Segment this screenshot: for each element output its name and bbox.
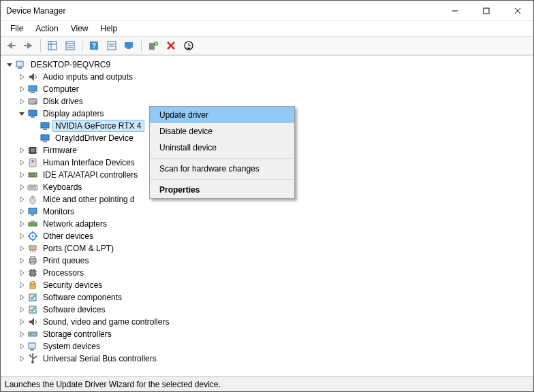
storage-icon — [27, 329, 38, 340]
tree-root-node[interactable]: DESKTOP-9EQVRC9 — [3, 59, 532, 71]
expand-toggle[interactable] — [17, 182, 27, 192]
expand-toggle[interactable] — [17, 72, 27, 82]
menu-view[interactable]: View — [65, 22, 94, 35]
help-button[interactable]: ? — [87, 38, 101, 53]
back-button[interactable] — [3, 38, 18, 53]
expand-toggle[interactable] — [17, 244, 27, 253]
expand-toggle[interactable] — [17, 354, 27, 363]
action-button[interactable] — [104, 38, 119, 53]
svg-rect-87 — [29, 332, 37, 336]
toolbar-separator — [40, 39, 41, 52]
tree-node-label: Display adapters — [40, 108, 106, 120]
tree-node-label: Human Interface Devices — [40, 157, 138, 169]
cpu-icon — [27, 267, 38, 278]
svg-rect-29 — [29, 86, 37, 91]
menu-action[interactable]: Action — [30, 22, 63, 35]
svg-rect-36 — [43, 129, 47, 130]
tree-category-node[interactable]: Print queues — [16, 255, 532, 267]
expand-toggle[interactable] — [17, 84, 27, 94]
properties-button[interactable] — [63, 38, 78, 53]
update-circle-icon — [184, 41, 193, 50]
tree-category-node[interactable]: Monitors — [16, 206, 532, 218]
tree-category-node[interactable]: Universal Serial Bus controllers — [16, 353, 532, 365]
expand-toggle[interactable] — [17, 329, 27, 339]
tree-grid-icon — [48, 41, 57, 50]
tree-category-node[interactable]: Computer — [16, 83, 532, 95]
tree-category-node[interactable]: System devices — [16, 340, 532, 353]
close-button[interactable] — [502, 1, 533, 20]
device-manager-window: Device Manager FileActionViewHelp ? — [0, 0, 534, 392]
other-icon — [27, 231, 38, 242]
expand-toggle[interactable] — [17, 305, 27, 314]
expand-toggle[interactable] — [17, 146, 27, 155]
expand-toggle[interactable] — [17, 280, 27, 290]
menu-file[interactable]: File — [5, 22, 29, 35]
context-menu-item[interactable]: Properties — [150, 182, 294, 198]
context-menu-item[interactable]: Update driver — [150, 107, 294, 123]
svg-rect-18 — [125, 42, 133, 48]
ide-icon — [27, 169, 38, 180]
tree-category-node[interactable]: Network adapters — [16, 218, 532, 230]
tree-category-node[interactable]: Storage controllers — [16, 328, 532, 340]
remove-button[interactable] — [163, 38, 178, 53]
window-buttons — [439, 1, 533, 20]
expand-toggle[interactable] — [17, 317, 27, 327]
expand-toggle[interactable] — [17, 170, 27, 180]
network-icon — [27, 218, 38, 229]
show-hide-tree-button[interactable] — [45, 38, 60, 53]
tree-node-label: DESKTOP-9EQVRC9 — [28, 59, 113, 71]
tree-category-node[interactable]: Security devices — [16, 279, 532, 291]
scan-button[interactable] — [122, 38, 137, 53]
expand-toggle[interactable] — [17, 158, 27, 167]
display-icon — [27, 108, 38, 119]
tree-category-node[interactable]: Audio inputs and outputs — [16, 71, 532, 83]
expand-toggle[interactable] — [17, 97, 27, 106]
expand-toggle[interactable] — [17, 268, 27, 278]
expand-toggle[interactable] — [17, 293, 27, 302]
tree-category-node[interactable]: Software components — [16, 291, 532, 304]
forward-button[interactable] — [21, 38, 36, 53]
add-hardware-icon — [148, 41, 158, 50]
expand-toggle[interactable] — [5, 60, 14, 69]
tree-node-label: System devices — [40, 340, 103, 353]
computer-icon — [15, 59, 26, 70]
tree-category-node[interactable]: Other devices — [16, 230, 532, 242]
context-menu-item[interactable]: Uninstall device — [150, 140, 294, 156]
tree-category-node[interactable]: Sound, video and game controllers — [16, 316, 532, 328]
usb-icon — [27, 353, 38, 364]
expand-toggle[interactable] — [17, 231, 27, 241]
port-icon — [27, 243, 38, 254]
toolbar: ? — [1, 36, 533, 55]
expand-toggle[interactable] — [17, 342, 27, 351]
expand-toggle[interactable] — [17, 195, 27, 204]
expand-toggle[interactable] — [17, 256, 27, 265]
svg-rect-61 — [31, 220, 35, 223]
context-menu-item[interactable]: Scan for hardware changes — [150, 161, 294, 177]
tree-node-label: Audio inputs and outputs — [40, 71, 136, 83]
expand-toggle[interactable] — [17, 109, 27, 118]
context-menu-item[interactable]: Disable device — [150, 123, 294, 140]
tree-node-label: Mice and other pointing d — [40, 193, 138, 206]
status-text: Launches the Update Driver Wizard for th… — [5, 380, 221, 389]
maximize-button[interactable] — [471, 1, 502, 20]
tree-node-label: Storage controllers — [40, 328, 114, 340]
context-menu: Update driverDisable deviceUninstall dev… — [149, 106, 295, 199]
minimize-button[interactable] — [439, 1, 471, 20]
disk-icon — [27, 96, 38, 107]
software-icon — [27, 304, 38, 315]
add-hardware-button[interactable] — [146, 38, 161, 53]
update-driver-button[interactable] — [181, 38, 196, 53]
hid-icon — [27, 157, 38, 168]
svg-rect-40 — [31, 148, 35, 152]
svg-rect-6 — [48, 42, 57, 50]
expand-toggle[interactable] — [17, 207, 27, 216]
tree-category-node[interactable]: Processors — [16, 267, 532, 279]
device-tree-panel[interactable]: DESKTOP-9EQVRC9Audio inputs and outputsC… — [1, 55, 533, 376]
expand-toggle[interactable] — [17, 219, 27, 229]
audio-icon — [27, 316, 38, 327]
tree-category-node[interactable]: Ports (COM & LPT) — [16, 242, 532, 255]
svg-rect-68 — [29, 246, 36, 250]
menu-help[interactable]: Help — [95, 22, 123, 35]
svg-rect-59 — [31, 214, 34, 216]
tree-category-node[interactable]: Software devices — [16, 304, 532, 316]
